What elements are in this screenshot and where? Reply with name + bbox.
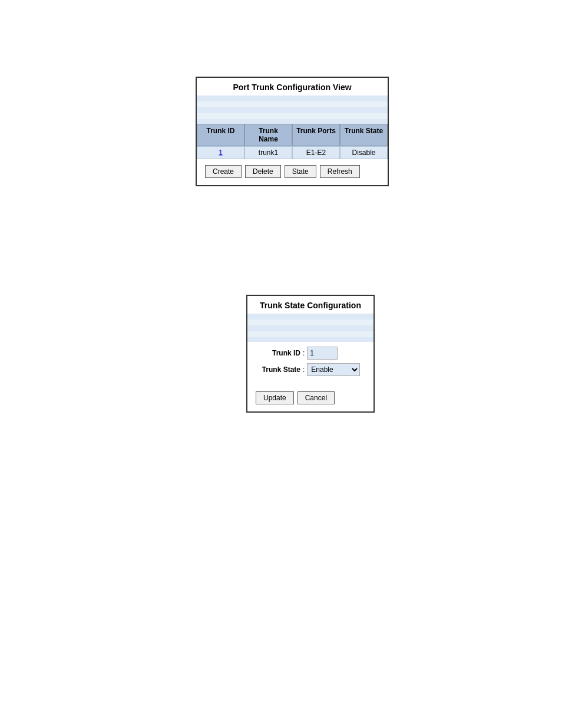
cancel-button[interactable]: Cancel xyxy=(297,391,335,404)
col-trunk-name: Trunk Name xyxy=(244,124,292,146)
col-trunk-id: Trunk ID xyxy=(197,124,244,146)
col-trunk-ports: Trunk Ports xyxy=(292,124,340,146)
state-button[interactable]: State xyxy=(285,165,316,178)
panel1-stripe xyxy=(197,95,388,124)
trunk-id-label: Trunk ID xyxy=(253,349,300,357)
panel1-title: Port Trunk Configuration View xyxy=(197,78,388,95)
cell-trunk-ports: E1-E2 xyxy=(292,146,340,159)
trunk-id-input[interactable] xyxy=(307,347,338,360)
col-trunk-state: Trunk State xyxy=(340,124,388,146)
cell-trunk-name: trunk1 xyxy=(244,146,292,159)
cell-trunk-state: Disable xyxy=(340,146,388,159)
trunk-state-label: Trunk State xyxy=(253,365,300,374)
table-header-row: Trunk ID Trunk Name Trunk Ports Trunk St… xyxy=(197,124,388,146)
table-row: 1 trunk1 E1-E2 Disable xyxy=(197,146,388,159)
trunk-id-row: Trunk ID : xyxy=(253,347,368,360)
update-button[interactable]: Update xyxy=(256,391,294,404)
trunk-state-config-panel: Trunk State Configuration Trunk ID : Tru… xyxy=(246,295,375,413)
create-button[interactable]: Create xyxy=(205,165,242,178)
cell-trunk-id[interactable]: 1 xyxy=(197,146,244,159)
delete-button[interactable]: Delete xyxy=(245,165,281,178)
trunk-state-select[interactable]: Enable Disable xyxy=(307,363,360,376)
refresh-button[interactable]: Refresh xyxy=(320,165,360,178)
panel2-title: Trunk State Configuration xyxy=(247,296,373,314)
panel2-stripe xyxy=(247,314,373,342)
form-area: Trunk ID : Trunk State : Enable Disable xyxy=(247,342,373,386)
port-trunk-config-panel: Port Trunk Configuration View Trunk ID T… xyxy=(196,77,389,186)
panel1-button-row: Create Delete State Refresh xyxy=(197,159,388,185)
panel2-button-row: Update Cancel xyxy=(247,386,373,411)
trunk-id-link[interactable]: 1 xyxy=(219,149,223,157)
trunk-state-row: Trunk State : Enable Disable xyxy=(253,363,368,376)
